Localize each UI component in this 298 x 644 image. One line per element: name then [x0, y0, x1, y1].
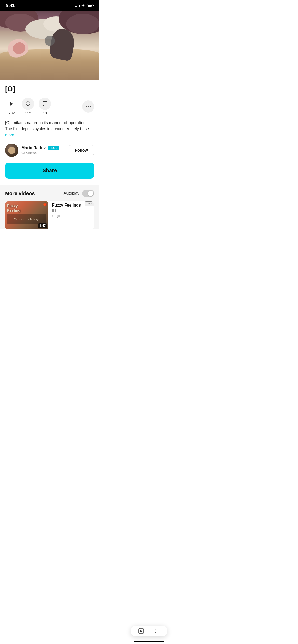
- video-title: [O]: [5, 85, 94, 93]
- video-thumbnail: 🍎 FuzzyFeeling You make the holidays 3:4…: [5, 201, 48, 229]
- video-card-more-button[interactable]: [85, 201, 94, 206]
- status-time: 9:41: [6, 3, 15, 8]
- signal-icon: [75, 4, 80, 7]
- follow-button[interactable]: Follow: [69, 145, 94, 155]
- creator-videos: 24 videos: [21, 151, 37, 155]
- more-videos-title: More videos: [5, 191, 35, 196]
- play-action: 5.8k: [5, 98, 17, 115]
- autoplay-label: Autoplay: [64, 191, 79, 196]
- status-bar: 9:41: [0, 0, 99, 11]
- status-icons: [75, 4, 93, 7]
- svg-marker-0: [10, 102, 13, 106]
- more-videos-section: More videos Autoplay 🍎 FuzzyFeeling You …: [0, 185, 99, 229]
- video-duration: 3:47: [38, 223, 47, 228]
- autoplay-toggle[interactable]: [82, 190, 94, 197]
- hero-image[interactable]: [0, 11, 99, 80]
- share-section: Share: [0, 163, 99, 185]
- like-count: 112: [25, 111, 31, 115]
- video-card-title: Fuzzy Feelings: [52, 203, 83, 208]
- more-button[interactable]: [82, 100, 94, 113]
- creator-name: Mario Radev: [21, 145, 46, 150]
- video-card-sub: ES: [52, 209, 83, 212]
- comment-action: 10: [39, 98, 51, 115]
- more-videos-header: More videos Autoplay: [5, 190, 94, 197]
- comment-count: 10: [43, 111, 47, 115]
- video-description: [O] imitates nature in its manner of ope…: [5, 120, 94, 138]
- thumb-title: FuzzyFeeling: [7, 203, 21, 213]
- like-button[interactable]: [22, 98, 34, 110]
- action-bar: 5.8k 112 10: [5, 98, 94, 115]
- svg-point-6: [91, 203, 92, 204]
- play-button[interactable]: [5, 98, 17, 110]
- video-card[interactable]: 🍎 FuzzyFeeling You make the holidays 3:4…: [5, 201, 94, 229]
- svg-point-2: [88, 106, 89, 107]
- more-link[interactable]: more: [5, 133, 14, 137]
- creator-avatar[interactable]: [5, 144, 18, 157]
- creator-row: Mario Radev PLUS 24 videos Follow: [5, 144, 94, 157]
- video-content: [O] 5.8k 112 10: [0, 80, 99, 157]
- svg-point-3: [90, 106, 91, 107]
- apple-logo: 🍎: [43, 202, 47, 206]
- video-card-time: x ago: [52, 214, 83, 218]
- comment-button[interactable]: [39, 98, 51, 110]
- svg-point-1: [86, 106, 87, 107]
- plus-badge: PLUS: [48, 146, 59, 150]
- creator-info: Mario Radev PLUS 24 videos: [21, 145, 65, 155]
- like-action: 112: [22, 98, 34, 115]
- wifi-icon: [81, 4, 85, 7]
- video-card-info: Fuzzy Feelings ES x ago: [52, 201, 85, 218]
- battery-icon: [87, 4, 93, 7]
- share-button[interactable]: Share: [5, 163, 94, 179]
- play-count: 5.8k: [8, 111, 15, 115]
- svg-point-4: [88, 203, 89, 204]
- play-indicator: [45, 36, 55, 46]
- svg-point-5: [89, 203, 90, 204]
- autoplay-row: Autoplay: [64, 190, 94, 197]
